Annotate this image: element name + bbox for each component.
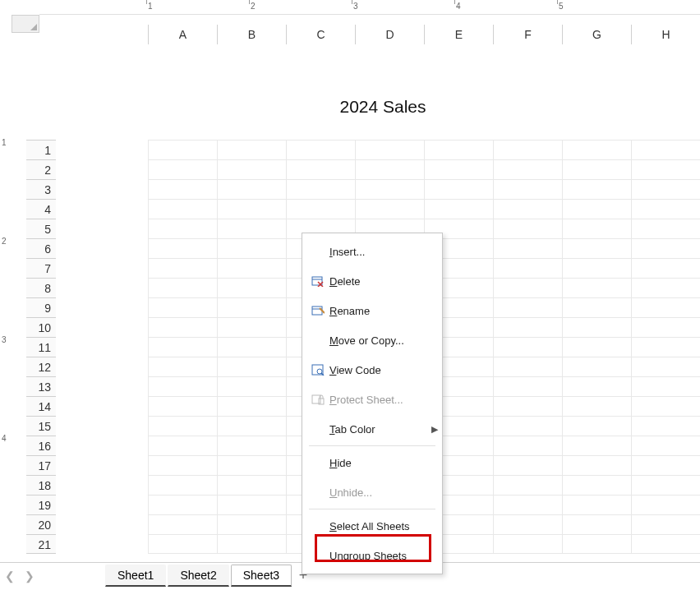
cell[interactable] bbox=[562, 140, 631, 159]
cell[interactable] bbox=[562, 357, 631, 376]
cell[interactable] bbox=[562, 455, 631, 475]
cell[interactable] bbox=[148, 475, 217, 495]
cell[interactable] bbox=[493, 416, 562, 436]
cell[interactable] bbox=[148, 396, 217, 416]
row-header[interactable]: 15 bbox=[26, 416, 56, 436]
cell[interactable] bbox=[217, 534, 286, 554]
cell[interactable] bbox=[355, 179, 424, 199]
menu-item-move-copy[interactable]: Move or Copy... bbox=[302, 325, 442, 355]
row-header[interactable]: 5 bbox=[26, 219, 56, 238]
cell[interactable] bbox=[493, 238, 562, 258]
cell[interactable] bbox=[217, 495, 286, 514]
row-header[interactable]: 8 bbox=[26, 278, 56, 297]
cell[interactable] bbox=[631, 357, 700, 376]
cell[interactable] bbox=[148, 159, 217, 179]
row-header[interactable]: 18 bbox=[26, 475, 56, 495]
cell[interactable] bbox=[148, 219, 217, 238]
row-header[interactable]: 7 bbox=[26, 258, 56, 278]
cell[interactable] bbox=[148, 514, 217, 534]
cell[interactable] bbox=[562, 317, 631, 337]
row-header[interactable]: 6 bbox=[26, 238, 56, 258]
cell[interactable] bbox=[217, 159, 286, 179]
cell[interactable] bbox=[562, 514, 631, 534]
cell[interactable] bbox=[631, 436, 700, 455]
row-header[interactable]: 21 bbox=[26, 534, 56, 554]
cell[interactable] bbox=[424, 159, 493, 179]
cell[interactable] bbox=[493, 534, 562, 554]
menu-item-rename[interactable]: Rename bbox=[302, 296, 442, 325]
cell[interactable] bbox=[148, 376, 217, 396]
cell[interactable] bbox=[217, 199, 286, 219]
column-header[interactable]: G bbox=[562, 25, 631, 44]
column-header[interactable]: E bbox=[424, 25, 493, 44]
cell[interactable] bbox=[217, 436, 286, 455]
row-header[interactable]: 20 bbox=[26, 514, 56, 534]
cell[interactable] bbox=[631, 297, 700, 317]
cell[interactable] bbox=[148, 140, 217, 159]
cell[interactable] bbox=[217, 337, 286, 357]
row-header[interactable]: 10 bbox=[26, 317, 56, 337]
cell[interactable] bbox=[631, 317, 700, 337]
cell[interactable] bbox=[148, 436, 217, 455]
cell[interactable] bbox=[493, 199, 562, 219]
menu-item-insert[interactable]: Insert... bbox=[302, 237, 442, 266]
cell[interactable] bbox=[148, 317, 217, 337]
cell[interactable] bbox=[148, 357, 217, 376]
cell[interactable] bbox=[217, 455, 286, 475]
row-header[interactable]: 13 bbox=[26, 376, 56, 396]
cell[interactable] bbox=[562, 278, 631, 297]
row-header[interactable]: 1 bbox=[26, 140, 56, 159]
cell[interactable] bbox=[631, 159, 700, 179]
cell[interactable] bbox=[148, 258, 217, 278]
cell[interactable] bbox=[217, 278, 286, 297]
cell[interactable] bbox=[631, 416, 700, 436]
column-header[interactable]: C bbox=[286, 25, 355, 44]
row-header[interactable]: 3 bbox=[26, 179, 56, 199]
next-sheet-button[interactable]: ❯ bbox=[20, 566, 39, 586]
row-header[interactable]: 14 bbox=[26, 396, 56, 416]
cell[interactable] bbox=[631, 455, 700, 475]
cell[interactable] bbox=[493, 495, 562, 514]
menu-item-delete[interactable]: Delete bbox=[302, 266, 442, 296]
row-header[interactable]: 11 bbox=[26, 337, 56, 357]
cell[interactable] bbox=[631, 475, 700, 495]
cell[interactable] bbox=[562, 475, 631, 495]
cell[interactable] bbox=[562, 199, 631, 219]
row-header[interactable]: 12 bbox=[26, 357, 56, 376]
cell[interactable] bbox=[631, 219, 700, 238]
cell[interactable] bbox=[217, 376, 286, 396]
prev-sheet-button[interactable]: ❮ bbox=[0, 566, 20, 586]
cell[interactable] bbox=[148, 495, 217, 514]
cell[interactable] bbox=[493, 179, 562, 199]
cell[interactable] bbox=[493, 475, 562, 495]
row-header[interactable]: 9 bbox=[26, 297, 56, 317]
cell[interactable] bbox=[217, 396, 286, 416]
menu-item-select-all-sheets[interactable]: Select All Sheets bbox=[302, 511, 442, 541]
cell[interactable] bbox=[493, 436, 562, 455]
cell[interactable] bbox=[493, 357, 562, 376]
cell[interactable] bbox=[217, 357, 286, 376]
cell[interactable] bbox=[217, 219, 286, 238]
cell[interactable] bbox=[562, 436, 631, 455]
cell[interactable] bbox=[424, 199, 493, 219]
row-header[interactable]: 2 bbox=[26, 159, 56, 179]
cell[interactable] bbox=[148, 199, 217, 219]
cell[interactable] bbox=[562, 219, 631, 238]
cell[interactable] bbox=[493, 159, 562, 179]
cell[interactable] bbox=[493, 140, 562, 159]
cell[interactable] bbox=[286, 159, 355, 179]
row-header[interactable]: 4 bbox=[26, 199, 56, 219]
cell[interactable] bbox=[148, 179, 217, 199]
cell[interactable] bbox=[631, 278, 700, 297]
sheet-tab-active[interactable]: Sheet3 bbox=[231, 565, 292, 587]
cell[interactable] bbox=[493, 396, 562, 416]
cell[interactable] bbox=[217, 238, 286, 258]
cell[interactable] bbox=[493, 455, 562, 475]
menu-item-view-code[interactable]: View Code bbox=[302, 355, 442, 385]
cell[interactable] bbox=[562, 238, 631, 258]
cell[interactable] bbox=[631, 258, 700, 278]
sheet-tab[interactable]: Sheet2 bbox=[168, 565, 228, 587]
column-header[interactable]: B bbox=[217, 25, 286, 44]
cell[interactable] bbox=[493, 297, 562, 317]
cell[interactable] bbox=[562, 416, 631, 436]
